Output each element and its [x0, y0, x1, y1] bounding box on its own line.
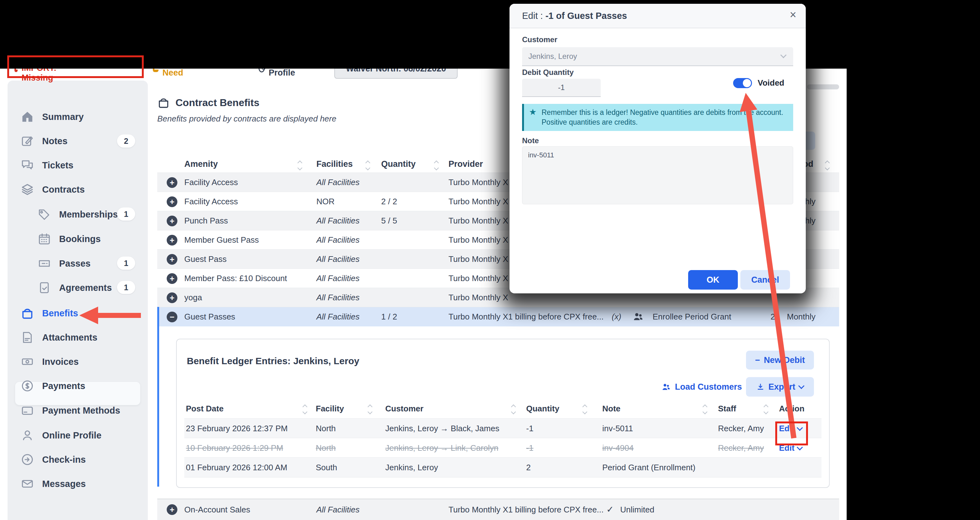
sidebar-item-invoices[interactable]: Invoices	[8, 350, 148, 374]
sidebar-item-passes[interactable]: Passes 1	[8, 252, 148, 276]
expand-plus-icon[interactable]: +	[167, 273, 177, 284]
page-title: Contract Benefits	[175, 97, 259, 108]
expand-plus-icon[interactable]: +	[167, 254, 177, 265]
sort-icon[interactable]	[703, 405, 707, 414]
sidebar-item-label: Contracts	[42, 185, 84, 195]
expand-plus-icon[interactable]: +	[167, 235, 177, 246]
customer-cell: Jenkins, Leroy → Black, James	[385, 424, 500, 434]
sort-icon[interactable]	[764, 405, 768, 414]
sidebar-item-online-profile[interactable]: Online Profile	[8, 423, 148, 447]
agreements-count-badge: 1	[117, 281, 135, 294]
debit-quantity-input[interactable]: -1	[522, 79, 601, 97]
provider-cell: Turbo Monthly X	[449, 216, 508, 226]
col-note: Note	[602, 404, 620, 414]
new-debit-button[interactable]: − New Debit	[746, 351, 814, 370]
notes-count-badge: 2	[117, 134, 135, 148]
ledger-row-voided[interactable]: 10 February 2026 1:29 PM North Jenkins, …	[184, 438, 821, 458]
facilities-cell: All Facilities	[317, 235, 360, 245]
benefit-row-selected[interactable]: − Guest Passes All Facilities 1 / 2 Turb…	[157, 307, 839, 326]
sidebar-item-summary[interactable]: Summary	[8, 105, 148, 129]
collapse-minus-icon[interactable]: −	[167, 312, 177, 322]
sidebar-item-bookings[interactable]: Bookings	[8, 227, 148, 251]
sidebar-item-attachments[interactable]: Attachments	[8, 325, 148, 349]
expand-plus-icon[interactable]: +	[167, 196, 177, 207]
sidebar-item-payment-methods[interactable]: Payment Methods	[8, 399, 148, 423]
sort-icon[interactable]	[583, 405, 587, 414]
sidebar-item-label: Messages	[42, 479, 86, 489]
sort-icon[interactable]	[298, 161, 302, 170]
edit-button[interactable]: Edit	[779, 424, 802, 434]
sort-icon[interactable]	[435, 161, 438, 170]
sidebar-item-messages[interactable]: Messages	[8, 472, 148, 496]
ok-button[interactable]: OK	[688, 270, 738, 290]
sidebar-item-agreements[interactable]: Agreements 1	[8, 276, 148, 300]
note-textarea[interactable]: inv-5011	[522, 146, 793, 204]
expand-plus-icon[interactable]: +	[167, 177, 177, 188]
load-customers-link[interactable]: Load Customers	[661, 382, 742, 392]
amenity-cell: Facility Access	[184, 177, 238, 187]
horizontal-scrollbar-thumb[interactable]	[807, 85, 839, 89]
note-label: Note	[522, 136, 539, 145]
note-value: inv-5011	[528, 151, 554, 159]
amenity-cell: Punch Pass	[184, 216, 228, 226]
sidebar-item-label: Payment Methods	[42, 405, 120, 416]
ledger-export-button[interactable]: Export	[746, 377, 814, 397]
post-date-cell: 23 February 2026 12:37 PM	[186, 424, 288, 434]
note-cell: Period Grant (Enrollment)	[602, 463, 695, 472]
chat-bubbles-icon	[21, 159, 34, 172]
sort-icon[interactable]	[366, 161, 369, 170]
sidebar-item-benefits[interactable]: Benefits	[8, 301, 148, 325]
close-icon[interactable]: ×	[790, 8, 796, 21]
edit-button[interactable]: Edit	[779, 443, 802, 453]
sidebar-item-label: Bookings	[59, 234, 101, 244]
layers-icon	[21, 183, 34, 196]
sidebar-item-payments[interactable]: Payments	[8, 374, 148, 398]
load-customers-label: Load Customers	[675, 382, 742, 392]
ledger-title: Benefit Ledger Entries: Jenkins, Leroy	[187, 356, 359, 366]
sidebar-item-contracts[interactable]: Contracts	[8, 177, 148, 201]
star-icon: ★	[529, 107, 536, 117]
app-root: Waiver IMPORT: Missing Proficiency: Need…	[0, 0, 980, 520]
chevron-down-icon	[798, 383, 805, 389]
chevron-down-icon	[797, 444, 803, 450]
amenity-cell: Facility Access	[184, 197, 238, 206]
provider-cell: Turbo Monthly X1 billing before CPX free…	[449, 312, 603, 322]
amenity-cell: yoga	[184, 293, 202, 303]
amenity-cell: Guest Pass	[184, 254, 226, 264]
sidebar-item-check-ins[interactable]: Check-ins	[8, 448, 148, 472]
people-icon	[661, 383, 671, 392]
sort-icon[interactable]	[512, 405, 515, 414]
expand-plus-icon[interactable]: +	[167, 215, 177, 227]
ledger-row[interactable]: 01 February 2026 12:00 AM South Jenkins,…	[184, 457, 821, 477]
ledger-row[interactable]: 23 February 2026 12:37 PM North Jenkins,…	[184, 418, 821, 438]
col-post-date: Post Date	[186, 404, 224, 414]
new-debit-label: New Debit	[764, 356, 805, 365]
sidebar-item-label: Passes	[59, 258, 91, 269]
sidebar-item-memberships[interactable]: Memberships 1	[8, 203, 148, 227]
check-icon: ✓	[606, 504, 614, 515]
facility-cell: North	[316, 424, 336, 434]
sort-icon[interactable]	[368, 405, 372, 414]
facilities-cell: All Facilities	[317, 177, 360, 187]
expand-plus-icon[interactable]: +	[167, 504, 177, 515]
sidebar-item-notes[interactable]: Notes 2	[8, 129, 148, 153]
provider-cell: Turbo Monthly X	[449, 177, 508, 187]
chevron-down-icon	[780, 52, 787, 58]
staff-cell: Recker, Amy	[718, 424, 764, 434]
provider-cell: Turbo Monthly X	[449, 235, 508, 245]
post-date-cell: 01 February 2026 12:00 AM	[186, 463, 287, 472]
customer-select[interactable]: Jenkins, Leroy	[522, 47, 793, 66]
wallet-icon	[21, 306, 34, 320]
provider-cell: Turbo Monthly X	[449, 274, 508, 283]
home-icon	[21, 110, 34, 123]
modal-title: Edit : -1 of Guest Passes	[522, 11, 627, 21]
expand-plus-icon[interactable]: +	[167, 292, 177, 303]
sort-icon[interactable]	[303, 405, 307, 414]
provider-cell: Turbo Monthly X	[449, 254, 508, 264]
sort-icon[interactable]	[826, 161, 829, 170]
passes-count-badge: 1	[117, 257, 135, 270]
cancel-button[interactable]: Cancel	[740, 270, 790, 290]
on-account-row[interactable]: + On-Account Sales All Facilities Turbo …	[157, 499, 839, 520]
sidebar-item-tickets[interactable]: Tickets	[8, 153, 148, 177]
voided-toggle[interactable]	[733, 78, 752, 88]
